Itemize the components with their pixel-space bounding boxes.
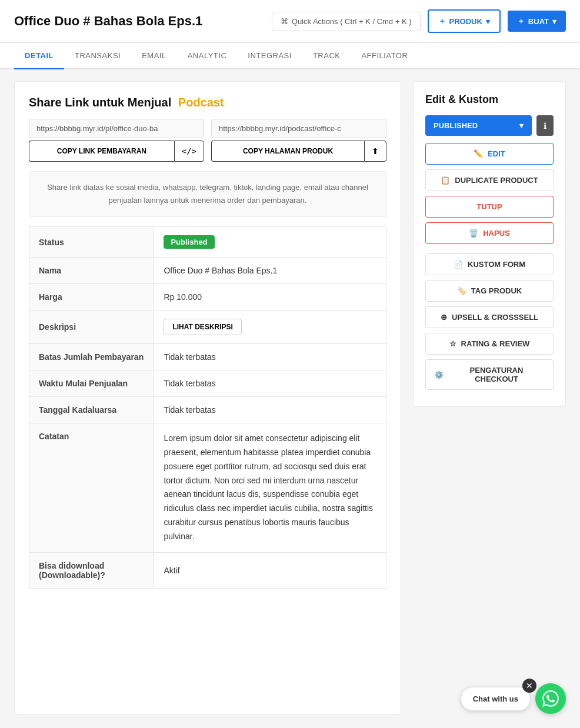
table-row: Harga Rp 10.000 (29, 284, 386, 310)
tab-analytic[interactable]: ANALYTIC (177, 43, 238, 69)
table-row: Status Published (29, 227, 386, 258)
edit-icon: ✏️ (474, 149, 483, 158)
status-badge: Published (164, 235, 214, 249)
tabs-bar: DETAIL TRANSAKSI EMAIL ANALYTIC INTEGRAS… (0, 43, 580, 69)
share-note: Share link diatas ke sosial media, whats… (29, 171, 386, 217)
page-title: Office Duo # Bahas Bola Eps.1 (14, 13, 202, 30)
form-icon: 📄 (454, 260, 463, 269)
produk-button[interactable]: ＋ PRODUK ▾ (428, 9, 501, 33)
label-catatan: Catatan (29, 423, 154, 552)
gear-icon: ⚙️ (434, 370, 444, 379)
label-downloadable: Bisa didownload (Downloadable)? (29, 552, 154, 588)
header: Office Duo # Bahas Bola Eps.1 ⌘ Quick Ac… (0, 0, 580, 43)
hapus-button[interactable]: 🗑️ HAPUS (425, 222, 554, 244)
tab-detail[interactable]: DETAIL (14, 43, 64, 69)
kustom-form-button[interactable]: 📄 KUSTOM FORM (425, 253, 554, 275)
chevron-down-icon: ▾ (486, 17, 490, 26)
tab-integrasi[interactable]: INTEGRASI (237, 43, 302, 69)
tab-track[interactable]: TRACK (302, 43, 351, 69)
copy-payment-group: COPY LINK PEMBAYARAN </> (29, 141, 204, 162)
table-row: Waktu Mulai Penjualan Tidak terbatas (29, 370, 386, 397)
pengaturan-checkout-button[interactable]: ⚙️ PENGATURAN CHECKOUT (425, 359, 554, 390)
tab-transaksi[interactable]: TRANSAKSI (64, 43, 131, 69)
chevron-down-icon-buat: ▾ (552, 17, 556, 26)
side-panel: Edit & Kustom PUBLISHED ▾ ℹ ✏️ EDIT 📋 DU… (413, 81, 566, 407)
cmd-icon: ⌘ (281, 17, 288, 26)
chat-widget: Chat with us ✕ (461, 683, 566, 714)
value-status: Published (154, 227, 386, 258)
table-row: Deskripsi LIHAT DESKRIPSI (29, 310, 386, 344)
link-product-input[interactable] (211, 119, 386, 138)
copy-product-share-icon[interactable]: ⬆ (364, 141, 386, 162)
value-downloadable: Aktif (154, 552, 386, 588)
chevron-down-icon-pub: ▾ (519, 121, 524, 130)
star-icon: ☆ (449, 339, 456, 348)
table-row: Catatan Lorem ipsum dolor sit amet conse… (29, 423, 386, 552)
table-row: Tanggal Kadaluarsa Tidak terbatas (29, 397, 386, 423)
value-batas: Tidak terbatas (154, 344, 386, 370)
plus-icon: ＋ (438, 16, 446, 26)
table-row: Bisa didownload (Downloadable)? Aktif (29, 552, 386, 588)
header-actions: ⌘ Quick Actions ( Ctrl + K / Cmd + K ) ＋… (272, 9, 566, 33)
plus-icon-buat: ＋ (517, 16, 525, 26)
upsell-button[interactable]: ⊕ UPSELL & CROSSSELL (425, 306, 554, 328)
tag-icon: 🏷️ (457, 286, 466, 295)
content-area: Share Link untuk Menjual Podcast COPY LI… (0, 69, 580, 727)
main-panel: Share Link untuk Menjual Podcast COPY LI… (14, 81, 401, 715)
trash-icon: 🗑️ (469, 229, 478, 238)
label-tanggal: Tanggal Kadaluarsa (29, 397, 154, 423)
tutup-button[interactable]: TUTUP (425, 196, 554, 218)
whatsapp-icon (542, 690, 559, 707)
published-button[interactable]: PUBLISHED ▾ (425, 115, 532, 136)
lihat-deskripsi-button[interactable]: LIHAT DESKRIPSI (164, 319, 241, 335)
tag-produk-button[interactable]: 🏷️ TAG PRODUK (425, 280, 554, 302)
value-harga: Rp 10.000 (154, 284, 386, 310)
copy-product-button[interactable]: COPY HALAMAN PRODUK (211, 141, 364, 162)
label-deskripsi: Deskripsi (29, 310, 154, 344)
value-catatan: Lorem ipsum dolor sit amet consectetur a… (154, 423, 386, 552)
copy-buttons-row: COPY LINK PEMBAYARAN </> COPY HALAMAN PR… (29, 141, 386, 162)
copy-payment-code-icon[interactable]: </> (174, 141, 204, 162)
tab-affiliator[interactable]: AFFILIATOR (351, 43, 418, 69)
table-row: Nama Office Duo # Bahas Bola Eps.1 (29, 258, 386, 284)
detail-table: Status Published Nama Office Duo # Bahas… (29, 226, 386, 588)
quick-actions-button[interactable]: ⌘ Quick Actions ( Ctrl + K / Cmd + K ) (272, 12, 421, 31)
label-batas: Batas Jumlah Pembayaran (29, 344, 154, 370)
value-deskripsi: LIHAT DESKRIPSI (154, 310, 386, 344)
chat-close-button[interactable]: ✕ (522, 679, 536, 693)
label-nama: Nama (29, 258, 154, 284)
published-row: PUBLISHED ▾ ℹ (425, 115, 554, 136)
upsell-icon: ⊕ (441, 313, 447, 322)
chat-bubble[interactable]: Chat with us (461, 687, 531, 711)
chat-whatsapp-button[interactable] (535, 683, 566, 714)
copy-payment-button[interactable]: COPY LINK PEMBAYARAN (29, 141, 174, 162)
table-row: Batas Jumlah Pembayaran Tidak terbatas (29, 344, 386, 370)
label-status: Status (29, 227, 154, 258)
value-nama: Office Duo # Bahas Bola Eps.1 (154, 258, 386, 284)
value-tanggal: Tidak terbatas (154, 397, 386, 423)
duplicate-button[interactable]: 📋 DUPLICATE PRODUCT (425, 169, 554, 191)
duplicate-icon: 📋 (441, 176, 450, 185)
label-harga: Harga (29, 284, 154, 310)
label-waktu: Waktu Mulai Penjualan (29, 370, 154, 397)
value-waktu: Tidak terbatas (154, 370, 386, 397)
link-inputs-row (29, 119, 386, 138)
share-section-title: Share Link untuk Menjual Podcast (29, 96, 386, 109)
link-payment-input[interactable] (29, 119, 204, 138)
edit-kustom-title: Edit & Kustom (425, 93, 554, 106)
tab-email[interactable]: EMAIL (131, 43, 177, 69)
published-info-button[interactable]: ℹ (536, 115, 554, 136)
rating-button[interactable]: ☆ RATING & REVIEW (425, 333, 554, 355)
copy-product-group: COPY HALAMAN PRODUK ⬆ (211, 141, 386, 162)
buat-button[interactable]: ＋ BUAT ▾ (508, 11, 566, 32)
edit-button[interactable]: ✏️ EDIT (425, 143, 554, 165)
